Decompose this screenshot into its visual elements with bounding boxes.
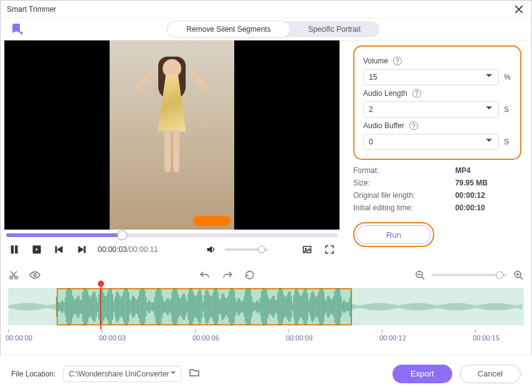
- zoom-slider[interactable]: [432, 274, 506, 276]
- svg-rect-6: [84, 246, 85, 253]
- ruler-tick: 00:00:03: [99, 329, 126, 342]
- cancel-button[interactable]: Cancel: [460, 365, 521, 383]
- svg-marker-5: [57, 246, 62, 253]
- run-button[interactable]: Run: [356, 225, 431, 244]
- svg-marker-7: [78, 246, 83, 253]
- audio-length-unit: S: [504, 105, 511, 114]
- format-label: Format:: [353, 166, 449, 175]
- help-icon[interactable]: ?: [393, 57, 402, 65]
- initial-editing-label: Initial editing time:: [353, 203, 449, 212]
- export-button[interactable]: Export: [392, 365, 452, 383]
- next-frame-icon[interactable]: [75, 243, 88, 256]
- pause-icon[interactable]: [8, 243, 21, 256]
- time-display: 00:00:03/00:00:11: [98, 245, 158, 254]
- audio-buffer-label: Audio Buffer: [363, 121, 404, 130]
- svg-point-13: [34, 274, 36, 276]
- seek-slider[interactable]: [6, 233, 338, 237]
- original-length-value: 00:00:12: [455, 191, 521, 200]
- reset-icon[interactable]: [244, 269, 255, 281]
- volume-select[interactable]: 15: [363, 69, 499, 85]
- svg-rect-4: [55, 246, 57, 253]
- stop-icon[interactable]: [31, 243, 43, 256]
- size-label: Size:: [353, 179, 449, 187]
- ruler-tick: 00:00:06: [192, 329, 219, 342]
- svg-rect-1: [16, 246, 18, 253]
- volume-icon[interactable]: [205, 243, 217, 256]
- window-title: Smart Trimmer: [7, 5, 514, 14]
- tab-remove-silent[interactable]: Remove Silent Segments: [168, 21, 289, 37]
- audio-length-label: Audio Length: [363, 89, 407, 98]
- duration: 00:00:11: [129, 245, 158, 254]
- undo-icon[interactable]: [199, 269, 211, 281]
- time-ruler: 00:00:00 00:00:03 00:00:06 00:00:09 00:0…: [8, 329, 524, 342]
- svg-marker-8: [207, 246, 212, 253]
- ruler-tick: 00:00:15: [473, 329, 500, 342]
- folder-icon[interactable]: [189, 367, 200, 381]
- format-value: MP4: [455, 166, 521, 175]
- waveform-timeline[interactable]: [8, 288, 524, 325]
- svg-rect-0: [11, 246, 14, 253]
- app-logo-icon: [9, 22, 24, 37]
- snapshot-icon[interactable]: [301, 243, 313, 256]
- current-time: 00:00:03: [98, 245, 127, 254]
- size-value: 79.95 MB: [455, 179, 521, 187]
- ruler-tick: 00:00:12: [379, 329, 406, 342]
- playhead[interactable]: [100, 284, 102, 329]
- initial-editing-value: 00:00:10: [455, 203, 521, 212]
- volume-unit: %: [504, 73, 511, 82]
- volume-slider[interactable]: [225, 248, 268, 251]
- settings-panel: Volume ? 15 % Audio Length ? 2 S Audio B…: [353, 45, 521, 160]
- zoom-out-icon[interactable]: [414, 269, 425, 281]
- close-icon[interactable]: [514, 4, 525, 15]
- prev-frame-icon[interactable]: [53, 243, 65, 256]
- volume-label: Volume: [363, 57, 388, 65]
- help-icon[interactable]: ?: [409, 121, 418, 130]
- svg-point-10: [305, 248, 306, 250]
- original-length-label: Original file length:: [353, 191, 449, 200]
- audio-buffer-select[interactable]: 0: [363, 134, 499, 150]
- cut-icon[interactable]: [8, 269, 19, 281]
- audio-buffer-unit: S: [504, 138, 511, 146]
- eye-icon[interactable]: [29, 269, 40, 281]
- help-icon[interactable]: ?: [412, 89, 421, 98]
- file-location-select[interactable]: C:\Wondershare UniConverter: [63, 366, 181, 382]
- video-preview[interactable]: [4, 40, 340, 230]
- audio-length-select[interactable]: 2: [363, 101, 499, 118]
- ruler-tick: 00:00:09: [286, 329, 313, 342]
- ruler-tick: 00:00:00: [6, 329, 32, 342]
- fullscreen-icon[interactable]: [323, 243, 336, 256]
- tab-specific-portrait[interactable]: Specific Portrait: [290, 21, 379, 37]
- file-location-label: File Location:: [11, 370, 55, 378]
- zoom-in-icon[interactable]: [513, 269, 524, 281]
- redo-icon[interactable]: [222, 269, 233, 281]
